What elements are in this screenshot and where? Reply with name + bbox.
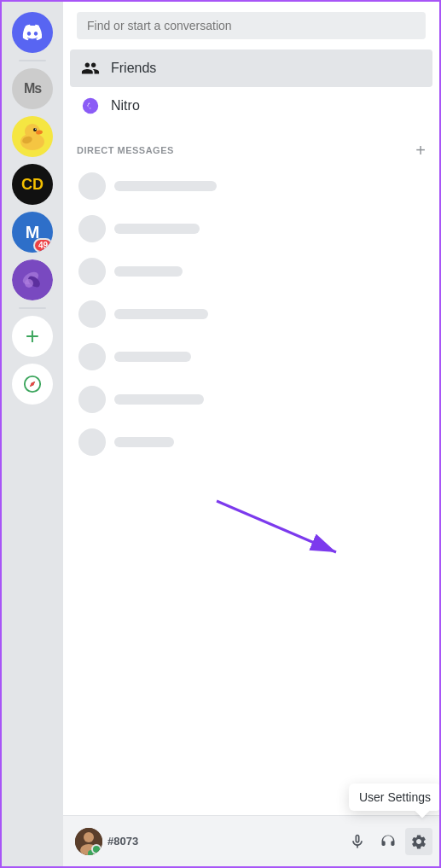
dm-avatar-2 (78, 215, 106, 242)
sidebar-item-duck[interactable] (12, 116, 53, 157)
sidebar-item-purple[interactable] (12, 259, 53, 300)
dm-avatar-1 (78, 172, 106, 200)
sidebar-item-cd[interactable]: CD (12, 164, 53, 205)
nav-item-nitro[interactable]: Nitro (70, 87, 432, 125)
user-avatar (75, 828, 102, 855)
dm-item[interactable] (70, 251, 432, 292)
nav-item-nitro-label: Nitro (111, 98, 140, 114)
dm-avatar-7 (78, 428, 106, 456)
annotation-area (63, 492, 439, 816)
dm-avatar-5 (78, 343, 106, 370)
dm-avatar-3 (78, 258, 106, 285)
sidebar-badge-m: 49 (33, 238, 53, 253)
sidebar-divider (19, 60, 46, 61)
main-panel: Friends Nitro DIRECT MESSAGES + (63, 2, 439, 866)
dm-item[interactable] (70, 379, 432, 420)
svg-line-16 (217, 501, 336, 552)
dm-avatar-6 (78, 386, 106, 413)
sidebar-item-add-server[interactable]: + (12, 316, 53, 357)
svg-point-3 (35, 129, 36, 130)
dm-item[interactable] (70, 294, 432, 335)
duck-icon (12, 116, 53, 157)
dm-item[interactable] (70, 336, 432, 377)
search-input-wrapper[interactable] (77, 12, 426, 39)
nav-section: Friends Nitro (63, 46, 439, 128)
compass-icon (23, 375, 42, 393)
sidebar-item-m[interactable]: M 49 (12, 212, 53, 253)
dm-item[interactable] (70, 208, 432, 249)
dm-text-1 (114, 181, 217, 191)
svg-point-9 (25, 279, 33, 288)
dm-section-title: DIRECT MESSAGES (77, 145, 174, 155)
user-settings-tooltip: User Settings (349, 784, 441, 811)
nitro-icon (80, 96, 101, 116)
settings-tooltip-wrapper: User Settings (405, 828, 432, 855)
sidebar-item-ms[interactable]: Ms (12, 68, 53, 109)
sidebar-item-cd-label: CD (21, 176, 44, 194)
dm-add-button[interactable]: + (415, 142, 426, 159)
dm-item[interactable] (70, 166, 432, 207)
dm-header: DIRECT MESSAGES + (63, 128, 439, 162)
sidebar-item-discord[interactable] (12, 12, 53, 53)
nav-item-friends-label: Friends (111, 61, 156, 76)
dm-text-7 (114, 437, 174, 447)
add-server-plus-icon: + (26, 324, 39, 348)
main-content: Friends Nitro DIRECT MESSAGES + (63, 2, 439, 866)
svg-marker-12 (28, 380, 36, 387)
user-tag: #8073 (107, 835, 138, 848)
dm-item[interactable] (70, 422, 432, 463)
dm-text-3 (114, 266, 183, 277)
dm-avatar-4 (78, 300, 106, 328)
settings-button[interactable] (405, 828, 432, 855)
purple-swirl-icon (12, 259, 53, 300)
mic-button[interactable] (344, 828, 371, 855)
sidebar-item-ms-label: Ms (24, 81, 41, 96)
gear-icon (410, 833, 427, 850)
svg-point-18 (84, 832, 94, 842)
sidebar-divider-2 (19, 307, 46, 309)
dm-text-5 (114, 352, 191, 362)
dm-text-6 (114, 394, 204, 405)
sidebar-item-explore[interactable] (12, 364, 53, 405)
mic-icon (349, 833, 366, 850)
svg-point-14 (88, 103, 93, 108)
bottom-bar: #8073 User Settings (63, 815, 439, 866)
dm-text-4 (114, 309, 208, 319)
svg-point-2 (33, 128, 37, 131)
tooltip-text: User Settings (359, 790, 431, 804)
search-bar (63, 2, 439, 46)
online-status-dot (91, 844, 102, 854)
dm-list (63, 162, 439, 492)
headphone-button[interactable] (374, 828, 402, 855)
headphone-icon (380, 833, 397, 850)
sidebar: Ms CD M 49 (2, 2, 63, 866)
nav-item-friends[interactable]: Friends (70, 50, 432, 87)
user-info[interactable]: #8073 (70, 824, 340, 859)
friends-icon (80, 58, 101, 79)
search-input[interactable] (87, 19, 415, 32)
arrow-svg (63, 492, 439, 816)
dm-text-2 (114, 224, 200, 234)
